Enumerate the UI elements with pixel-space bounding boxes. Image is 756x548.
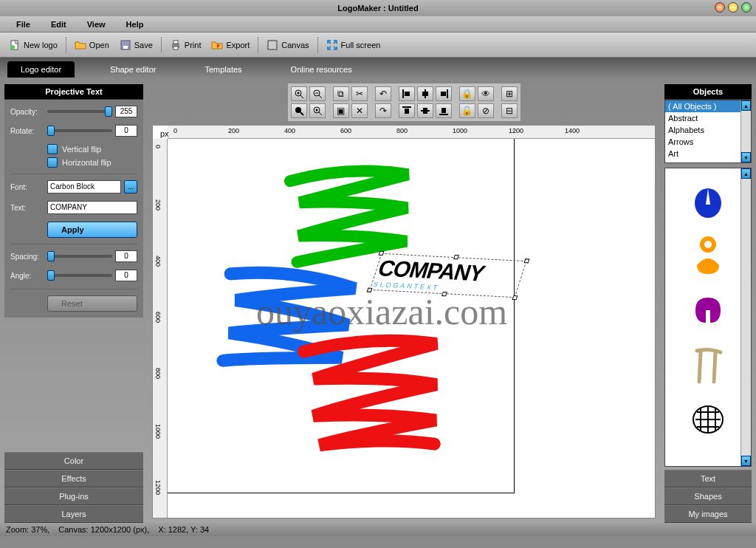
fullscreen-icon — [326, 39, 338, 51]
zoom-actual-icon[interactable] — [309, 103, 326, 118]
category-scrollbar[interactable]: ▲ ▼ — [740, 100, 751, 162]
canvas-toolbar: ⧉ ✂ ▣ ✕ ↶ ↷ 🔒 — [287, 83, 521, 122]
font-browse-button[interactable]: … — [124, 180, 137, 193]
align-left-icon[interactable] — [399, 86, 415, 101]
category-all-objects[interactable]: ( All Objects ) — [665, 100, 751, 112]
accordion-shapes[interactable]: Shapes — [664, 487, 752, 505]
scroll-up-icon[interactable]: ▲ — [741, 100, 751, 111]
cut-icon[interactable]: ✂ — [351, 86, 368, 101]
reset-button[interactable]: Reset — [47, 295, 137, 312]
menu-view[interactable]: View — [77, 20, 116, 29]
scroll-down-icon[interactable]: ▼ — [741, 456, 751, 466]
status-zoom: Zoom: 37%, — [6, 525, 49, 534]
shape-thumb-5[interactable] — [687, 399, 729, 440]
text-input[interactable]: COMPANY — [47, 201, 137, 214]
align-center-v-icon[interactable] — [417, 103, 433, 118]
opacity-slider[interactable] — [47, 110, 112, 113]
visible-icon[interactable]: 👁 — [478, 86, 494, 101]
category-alphabets[interactable]: Alphabets — [665, 124, 751, 136]
align-center-h-icon[interactable] — [417, 86, 433, 101]
svg-rect-7 — [268, 41, 277, 49]
scroll-up-icon[interactable]: ▲ — [741, 168, 751, 179]
ruler-vertical: 0 200 400 600 800 1000 1200 — [153, 139, 168, 518]
menu-file[interactable]: File — [6, 20, 41, 29]
svg-rect-17 — [422, 92, 428, 96]
green-brush-shape[interactable] — [281, 155, 423, 270]
accordion-layers[interactable]: Layers — [4, 505, 143, 523]
accordion-effects[interactable]: Effects — [4, 470, 143, 487]
accordion-color[interactable]: Color — [4, 452, 143, 470]
delete-icon[interactable]: ✕ — [351, 103, 368, 118]
lock-icon[interactable]: 🔒 — [459, 86, 475, 101]
rotate-value[interactable]: 0 — [115, 125, 137, 137]
svg-rect-25 — [441, 108, 446, 113]
apply-button[interactable]: Apply — [47, 222, 137, 238]
undo-icon[interactable]: ↶ — [375, 86, 391, 101]
zoom-in-icon[interactable] — [291, 86, 307, 101]
paste-icon[interactable]: ▣ — [333, 103, 349, 118]
ruler-horizontal: px 0 200 400 600 800 1000 1200 1400 — [168, 126, 655, 139]
divider — [10, 289, 137, 290]
tab-online-resources[interactable]: Online resources — [278, 61, 365, 78]
zoom-fit-icon[interactable] — [291, 103, 307, 118]
shape-thumb-2[interactable] — [687, 235, 729, 276]
rotate-slider[interactable] — [47, 129, 112, 132]
new-logo-button[interactable]: New logo — [4, 37, 62, 53]
align-bottom-icon[interactable] — [436, 103, 452, 118]
category-art[interactable]: Art — [665, 148, 751, 160]
accordion-text[interactable]: Text — [664, 470, 752, 487]
horizontal-flip-checkbox[interactable] — [47, 157, 58, 168]
ungroup-icon[interactable]: ⊟ — [501, 103, 518, 118]
scroll-down-icon[interactable]: ▼ — [741, 152, 751, 162]
align-top-icon[interactable] — [399, 103, 415, 118]
window-title: LogoMaker : Untitled — [337, 4, 418, 13]
group-icon[interactable]: ⊞ — [501, 86, 518, 101]
print-button[interactable]: Print — [165, 37, 206, 53]
maximize-window-icon[interactable] — [741, 2, 752, 13]
right-panel: Objects ( All Objects ) Abstract Alphabe… — [660, 78, 756, 523]
export-button[interactable]: Export — [207, 37, 254, 53]
spacing-slider[interactable] — [47, 255, 112, 258]
save-icon — [120, 39, 131, 51]
red-brush-shape[interactable] — [295, 325, 453, 463]
canvas[interactable]: COMPANY SLOGANTEXT ouyaoxiazai.com — [168, 139, 655, 518]
accordion-my-images[interactable]: My images — [664, 505, 752, 523]
angle-label: Angle: — [10, 272, 44, 280]
tab-logo-editor[interactable]: Logo editor — [7, 61, 75, 78]
vertical-flip-checkbox[interactable] — [47, 144, 58, 154]
toolbar-separator — [258, 37, 258, 53]
opacity-value[interactable]: 255 — [115, 106, 137, 117]
thumbs-scrollbar[interactable]: ▲ ▼ — [740, 168, 751, 466]
unlock-icon[interactable]: 🔓 — [459, 103, 475, 118]
category-arrows[interactable]: Arrows — [665, 136, 751, 148]
tab-shape-editor[interactable]: Shape editor — [97, 61, 169, 78]
close-window-icon[interactable] — [715, 2, 725, 13]
tab-templates[interactable]: Templates — [191, 61, 255, 78]
canvas-button[interactable]: Canvas — [262, 37, 313, 53]
company-text-object[interactable]: COMPANY SLOGANTEXT — [370, 253, 527, 298]
open-button[interactable]: Open — [70, 37, 114, 53]
zoom-out-icon[interactable] — [309, 86, 326, 101]
angle-slider[interactable] — [47, 274, 112, 277]
save-button[interactable]: Save — [115, 37, 157, 53]
align-right-icon[interactable] — [436, 86, 452, 101]
minimize-window-icon[interactable] — [728, 2, 738, 13]
export-icon — [211, 39, 223, 51]
center-area: ⧉ ✂ ▣ ✕ ↶ ↷ 🔒 — [148, 78, 660, 523]
menu-help[interactable]: Help — [116, 20, 154, 29]
shape-thumb-1[interactable] — [687, 180, 729, 222]
fullscreen-button[interactable]: Full screen — [322, 37, 385, 53]
shape-thumb-4[interactable] — [687, 344, 729, 386]
spacing-value[interactable]: 0 — [115, 250, 137, 262]
accordion-plugins[interactable]: Plug-ins — [4, 487, 143, 505]
hidden-icon[interactable]: ⊘ — [478, 103, 494, 118]
font-input[interactable]: Carbon Block — [47, 180, 121, 193]
category-abstract[interactable]: Abstract — [665, 112, 751, 124]
angle-value[interactable]: 0 — [115, 270, 137, 281]
menu-edit[interactable]: Edit — [41, 20, 77, 29]
redo-icon[interactable]: ↷ — [375, 103, 391, 118]
canvas-label: Canvas — [281, 41, 309, 49]
copy-icon[interactable]: ⧉ — [333, 86, 349, 101]
save-label: Save — [134, 41, 153, 49]
shape-thumb-3[interactable] — [687, 290, 729, 331]
